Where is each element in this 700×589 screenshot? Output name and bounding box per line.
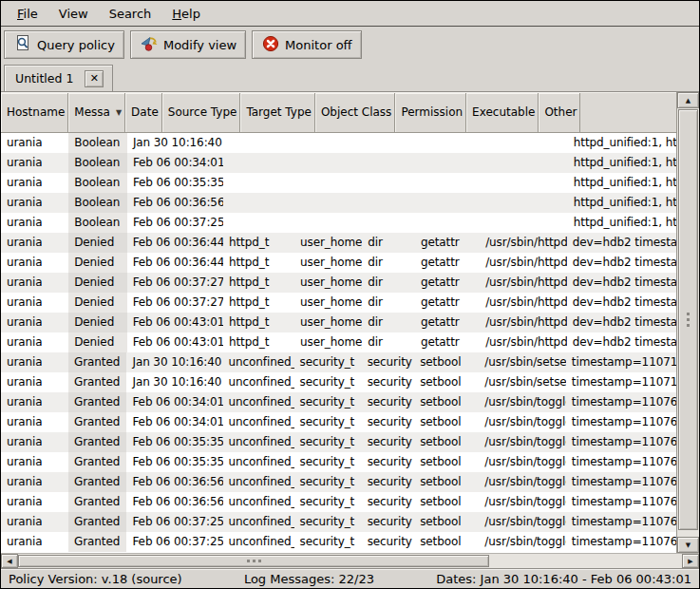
table-row[interactable]: urania Boolean Feb 06 00:34:01 httpd_uni… [1, 153, 676, 173]
vertical-scrollbar-trough[interactable] [677, 108, 699, 537]
table-row[interactable]: urania Boolean Feb 06 00:35:35 httpd_uni… [1, 173, 676, 193]
monitor-off-button[interactable]: Monitor off [252, 30, 361, 59]
cell-other: timestamp=11076 [566, 392, 676, 412]
horizontal-scrollbar[interactable]: ◀ ▶ [1, 553, 699, 568]
vertical-scrollbar[interactable]: ▲ ▼ [676, 92, 699, 553]
column-header[interactable]: Other [539, 93, 580, 132]
table-row[interactable]: urania Granted Feb 06 00:37:25 unconfine… [1, 512, 676, 532]
table-row[interactable]: urania Denied Feb 06 00:36:44 httpd_t us… [1, 253, 676, 273]
cell-permission [416, 173, 481, 193]
cell-object-class: security [362, 452, 415, 472]
column-header[interactable]: Source Type [162, 93, 241, 132]
modify-view-button[interactable]: Modify view [130, 30, 246, 59]
cell-message: Granted [68, 512, 126, 532]
horizontal-scrollbar-trough[interactable] [18, 554, 682, 568]
column-header[interactable]: Date [125, 93, 162, 132]
monitor-off-icon [261, 34, 280, 56]
cell-hostname: urania [1, 193, 68, 213]
table-row[interactable]: urania Granted Feb 06 00:34:01 unconfine… [1, 412, 676, 432]
status-bar: Policy Version: v.18 (source) Log Messag… [1, 568, 699, 588]
cell-other: dev=hdb2 timesta [567, 332, 676, 352]
table-row[interactable]: urania Granted Feb 06 00:36:56 unconfine… [1, 472, 676, 492]
cell-message: Denied [68, 273, 126, 293]
cell-source-type: httpd_t [223, 233, 294, 253]
scroll-up-button[interactable]: ▲ [677, 92, 699, 108]
tab-untitled-1[interactable]: Untitled 1 ✕ [4, 65, 113, 91]
menu-label: elp [181, 7, 200, 21]
cell-object-class: dir [362, 332, 415, 352]
query-policy-icon [13, 34, 32, 56]
column-header[interactable]: Hostname [1, 93, 68, 132]
cell-source-type: unconfined_ [223, 432, 294, 452]
scroll-down-button[interactable]: ▼ [677, 537, 699, 553]
table-row[interactable]: urania Granted Feb 06 00:36:56 unconfine… [1, 492, 676, 512]
cell-permission: getattr [415, 233, 480, 253]
cell-target-type [295, 153, 363, 173]
cell-source-type: httpd_t [223, 332, 294, 352]
cell-target-type [295, 133, 363, 153]
table-row[interactable]: urania Denied Feb 06 00:37:27 httpd_t us… [1, 293, 676, 313]
cell-date: Feb 06 00:37:25 [127, 213, 224, 233]
table-body: urania Boolean Jan 30 10:16:40 httpd_uni… [1, 133, 676, 553]
cell-object-class: security [362, 412, 415, 432]
scroll-left-button[interactable]: ◀ [1, 554, 18, 568]
table-row[interactable]: urania Granted Feb 06 00:35:35 unconfine… [1, 452, 676, 472]
cell-executable: /usr/sbin/httpd [480, 273, 567, 293]
cell-object-class: security [362, 372, 415, 392]
log-table: Hostname Messa ▼ Date Source Type Target… [1, 92, 676, 553]
column-header[interactable]: Target Type [240, 93, 315, 132]
table-row[interactable]: urania Boolean Feb 06 00:36:56 httpd_uni… [1, 193, 676, 213]
cell-permission [416, 213, 481, 233]
menu-item-search[interactable]: Search [99, 3, 162, 25]
table-row[interactable]: urania Denied Feb 06 00:43:01 httpd_t us… [1, 313, 676, 332]
cell-other: timestamp=11076 [566, 452, 676, 472]
table-row[interactable]: urania Granted Jan 30 10:16:40 unconfine… [1, 372, 676, 392]
cell-hostname: urania [1, 153, 68, 173]
table-row[interactable]: urania Granted Jan 30 10:16:40 unconfine… [1, 352, 676, 372]
menu-label: ile [24, 7, 38, 21]
cell-message: Granted [68, 352, 126, 372]
table-row[interactable]: urania Boolean Jan 30 10:16:40 httpd_uni… [1, 133, 676, 153]
cell-target-type: security_t [294, 452, 362, 472]
table-row[interactable]: urania Granted Feb 06 00:35:35 unconfine… [1, 432, 676, 452]
column-header[interactable]: Object Class [315, 93, 395, 132]
table-row[interactable]: urania Denied Feb 06 00:36:44 httpd_t us… [1, 233, 676, 253]
menu-item-help[interactable]: Help [161, 3, 211, 25]
column-header[interactable]: Permission [395, 93, 466, 132]
cell-object-class: security [362, 472, 415, 492]
thumb-grip [687, 318, 690, 321]
vertical-scrollbar-thumb[interactable] [678, 109, 698, 530]
cell-permission: setbool [414, 412, 479, 432]
cell-permission: setbool [414, 512, 479, 532]
cell-message: Granted [68, 452, 126, 472]
cell-object-class: security [362, 352, 415, 372]
table-row[interactable]: urania Boolean Feb 06 00:37:25 httpd_uni… [1, 213, 676, 233]
tab-label: Untitled 1 [15, 71, 73, 86]
cell-source-type [223, 133, 294, 153]
menu-item-view[interactable]: View [48, 3, 99, 25]
table-row[interactable]: urania Denied Feb 06 00:37:27 httpd_t us… [1, 273, 676, 293]
table-row[interactable]: urania Granted Feb 06 00:37:25 unconfine… [1, 532, 676, 552]
cell-hostname: urania [1, 253, 68, 273]
column-header[interactable]: Executable [466, 93, 539, 132]
cell-target-type [295, 193, 363, 213]
cell-date: Feb 06 00:37:27 [127, 293, 223, 313]
status-log-messages: Log Messages: 22/23 [244, 572, 374, 586]
table-row[interactable]: urania Denied Feb 06 00:43:01 httpd_t us… [1, 332, 676, 352]
tab-close-button[interactable]: ✕ [85, 70, 104, 87]
column-header[interactable]: Messa ▼ [68, 93, 125, 132]
cell-target-type: user_home_ [294, 332, 362, 352]
cell-executable [481, 153, 568, 173]
scroll-right-button[interactable]: ▶ [682, 554, 699, 568]
table-row[interactable]: urania Granted Feb 06 00:34:01 unconfine… [1, 392, 676, 412]
cell-date: Jan 30 10:16:40 [126, 372, 222, 392]
horizontal-scrollbar-thumb[interactable] [18, 555, 489, 567]
cell-source-type: unconfined_ [223, 352, 294, 372]
cell-message: Granted [68, 372, 126, 392]
cell-object-class: security [362, 512, 415, 532]
query-policy-button[interactable]: Query policy [4, 30, 124, 59]
menu-item-file[interactable]: File [7, 3, 48, 25]
cell-source-type: unconfined_ [223, 512, 294, 532]
cell-executable: /usr/sbin/toggle [479, 432, 565, 452]
cell-executable: /usr/sbin/httpd [480, 293, 567, 313]
